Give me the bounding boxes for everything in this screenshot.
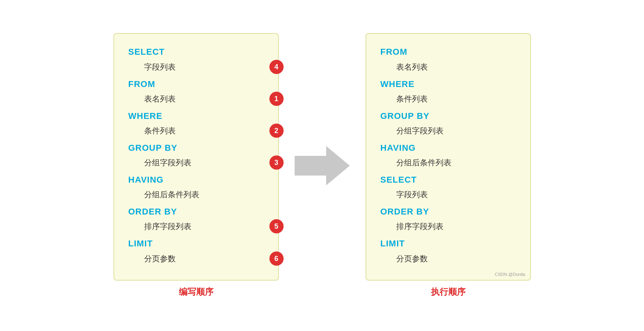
r-keyword-having: HAVING	[380, 141, 516, 155]
r-indent-orderby: 排序字段列表	[380, 218, 516, 234]
row-limit: LIMIT 分页参数 6	[128, 237, 264, 266]
r-indent-having: 分组后条件列表	[380, 155, 516, 170]
r-row-having: HAVING 分组后条件列表	[380, 141, 516, 170]
row-having: HAVING 分组后条件列表	[128, 173, 264, 202]
arrow-body	[295, 156, 326, 176]
indent-limit: 分页参数 6	[128, 251, 264, 266]
r-row-from: FROM 表名列表	[380, 45, 516, 74]
keyword-groupby: GROUP BY	[128, 141, 264, 155]
r-row-where: WHERE 条件列表	[380, 77, 516, 107]
r-keyword-groupby: GROUP BY	[380, 109, 516, 123]
r-row-select: SELECT 字段列表	[380, 173, 516, 202]
badge-4: 4	[269, 60, 284, 74]
row-where: WHERE 条件列表 2	[128, 109, 264, 139]
arrow-container	[295, 146, 350, 185]
indent-where: 条件列表 2	[128, 123, 264, 139]
keyword-select: SELECT	[128, 45, 264, 59]
badge-1: 1	[269, 92, 284, 106]
main-container: SELECT 字段列表 4 FROM 表名列表 1 WHERE 条件列表	[0, 17, 644, 313]
r-keyword-from: FROM	[380, 45, 516, 59]
indent-groupby: 分组字段列表 3	[128, 155, 264, 170]
r-keyword-limit: LIMIT	[380, 237, 516, 250]
indent-orderby: 排序字段列表 5	[128, 218, 264, 234]
row-from: FROM 表名列表 1	[128, 77, 264, 107]
r-indent-where: 条件列表	[380, 91, 516, 107]
r-indent-select: 字段列表	[380, 187, 516, 202]
keyword-having: HAVING	[128, 173, 264, 187]
indent-from: 表名列表 1	[128, 91, 264, 107]
row-select: SELECT 字段列表 4	[128, 45, 264, 74]
r-indent-from: 表名列表	[380, 59, 516, 75]
r-row-groupby: GROUP BY 分组字段列表	[380, 109, 516, 139]
indent-select: 字段列表 4	[128, 59, 264, 75]
right-panel: FROM 表名列表 WHERE 条件列表 GROUP BY 分组字段列表	[366, 33, 531, 280]
keyword-orderby: ORDER BY	[128, 205, 264, 218]
r-keyword-select: SELECT	[380, 173, 516, 187]
keyword-where: WHERE	[128, 109, 264, 123]
right-caption: 执行顺序	[431, 286, 466, 298]
watermark: CSDN @Dontla	[495, 272, 525, 277]
r-indent-groupby: 分组字段列表	[380, 123, 516, 139]
r-keyword-orderby: ORDER BY	[380, 205, 516, 218]
badge-6: 6	[269, 251, 284, 266]
row-orderby: ORDER BY 排序字段列表 5	[128, 205, 264, 234]
keyword-from: FROM	[128, 77, 264, 91]
right-panel-wrapper: FROM 表名列表 WHERE 条件列表 GROUP BY 分组字段列表	[366, 33, 531, 298]
right-arrow	[295, 146, 350, 185]
r-indent-limit: 分页参数	[380, 251, 516, 266]
left-caption: 编写顺序	[179, 286, 213, 298]
left-panel-wrapper: SELECT 字段列表 4 FROM 表名列表 1 WHERE 条件列表	[113, 33, 279, 298]
badge-3: 3	[269, 155, 284, 170]
r-row-limit: LIMIT 分页参数	[380, 237, 516, 266]
indent-having: 分组后条件列表	[128, 187, 264, 202]
row-groupby: GROUP BY 分组字段列表 3	[128, 141, 264, 170]
keyword-limit: LIMIT	[128, 237, 264, 250]
r-row-orderby: ORDER BY 排序字段列表	[380, 205, 516, 234]
r-keyword-where: WHERE	[380, 77, 516, 91]
left-panel: SELECT 字段列表 4 FROM 表名列表 1 WHERE 条件列表	[113, 33, 279, 280]
badge-2: 2	[269, 124, 284, 138]
arrow-head	[326, 146, 350, 185]
badge-5: 5	[269, 219, 284, 233]
